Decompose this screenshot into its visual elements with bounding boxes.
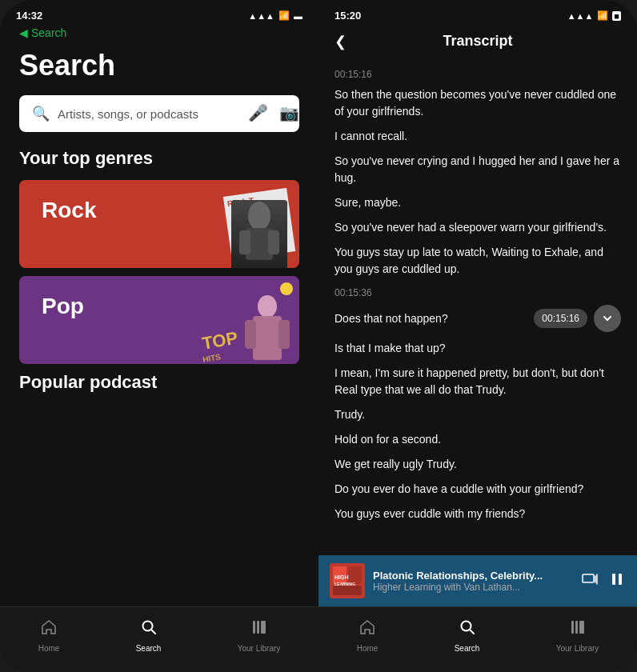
left-phone: 14:32 ▲▲▲ 📶 ▬ ◀ Search Search 🎤 📷 🔍 Arti… [0, 0, 318, 672]
rock-label: Rock [30, 188, 107, 233]
signal-icon: ▲▲▲ [248, 11, 274, 21]
right-battery-icon: ■ [612, 11, 621, 21]
search-nav-label: Search [136, 644, 162, 653]
svg-rect-2 [239, 230, 250, 254]
transcript-line-5: You guys stay up late to watch, Waiting … [335, 244, 621, 278]
scroll-indicator[interactable] [594, 305, 621, 332]
svg-rect-27 [571, 621, 574, 634]
svg-text:LEARNING: LEARNING [335, 582, 355, 586]
page-title: Search [19, 49, 299, 82]
pop-label: Pop [30, 284, 95, 329]
player-controls [581, 570, 626, 592]
transcript-line-3: Sure, maybe. [335, 194, 621, 211]
camera-icon[interactable]: 📷 [279, 103, 299, 122]
svg-point-5 [258, 295, 277, 318]
svg-point-0 [248, 202, 270, 230]
transcript-line-9: Trudy. [335, 406, 621, 423]
home-label: Home [38, 644, 60, 653]
back-arrow-right[interactable]: ❮ [335, 33, 347, 50]
pause-icon[interactable] [608, 570, 626, 592]
right-nav-home[interactable]: Home [357, 618, 379, 653]
svg-line-26 [470, 630, 474, 634]
svg-text:HIGH: HIGH [335, 574, 349, 580]
transcript-title: Transcript [443, 33, 512, 50]
svg-rect-24 [619, 574, 622, 585]
right-home-icon [359, 618, 376, 641]
player-track-name: Platonic Relationships, Celebrity... [373, 570, 573, 582]
left-nav-search[interactable]: Search [136, 618, 162, 653]
right-phone: 15:20 ▲▲▲ 📶 ■ ❮ Transcript 00:15:16 So t… [318, 0, 637, 672]
genre-card-rock[interactable]: Rock Rock T [19, 180, 299, 268]
left-nav-library[interactable]: Your Library [238, 618, 281, 653]
svg-rect-19 [333, 586, 362, 595]
transcript-inline-row: Does that not happen? 00:15:16 [335, 305, 621, 332]
svg-rect-28 [575, 621, 578, 634]
right-library-label: Your Library [556, 644, 599, 653]
right-wifi-icon: 📶 [597, 10, 608, 21]
search-magnifier-icon: 🔍 [32, 105, 50, 122]
search-placeholder: Artists, songs, or podcasts [58, 107, 198, 121]
genre-grid: Rock Rock T [19, 180, 299, 364]
transcript-line-1: I cannot recall. [335, 128, 621, 145]
timestamp-1: 00:15:16 [335, 69, 621, 80]
left-status-icons: ▲▲▲ 📶 ▬ [248, 10, 302, 21]
genre-card-pop[interactable]: Pop TOP HITS [19, 276, 299, 364]
pop-art-visual: TOP HITS [195, 284, 299, 364]
right-bottom-nav: Home Search Your Library [318, 606, 637, 672]
left-main-content: 🔍 Artists, songs, or podcasts Your top g… [0, 95, 318, 606]
svg-rect-7 [245, 320, 256, 349]
rock-art-visual: Rock T [195, 188, 299, 268]
transcript-line-2: So you've never crying and I hugged her … [335, 153, 621, 186]
timestamp-2: 00:15:36 [335, 287, 621, 298]
transcript-line-6: Does that not happen? [335, 310, 534, 327]
svg-rect-14 [257, 621, 259, 634]
back-link-label: Search [31, 26, 66, 39]
mini-player[interactable]: HIGH LEARNING Platonic Relationships, Ce… [318, 555, 637, 606]
cast-icon[interactable] [581, 570, 599, 592]
right-status-icons: ▲▲▲ 📶 ■ [567, 10, 621, 21]
player-artist-name: Higher Learning with Van Lathan... [373, 582, 573, 593]
right-search-icon [459, 618, 476, 641]
right-nav-search[interactable]: Search [455, 618, 480, 653]
transcript-line-0: So then the question becomes you've neve… [335, 86, 621, 120]
right-home-label: Home [357, 644, 379, 653]
search-nav-icon [140, 618, 158, 641]
player-info: Platonic Relationships, Celebrity... Hig… [373, 570, 573, 593]
top-genres-title: Your top genres [19, 148, 299, 169]
svg-rect-22 [583, 574, 594, 582]
library-nav-label: Your Library [238, 644, 281, 653]
transcript-line-7: Is that I make that up? [335, 340, 621, 357]
search-header-icons: 🎤 📷 [248, 103, 299, 122]
left-bottom-nav: Home Search Your Library [0, 606, 318, 672]
svg-text:HITS: HITS [202, 352, 222, 364]
transcript-header: ❮ Transcript [318, 26, 637, 59]
svg-rect-23 [612, 574, 615, 585]
page-header: Search 🎤 📷 [0, 49, 318, 95]
right-time: 15:20 [335, 10, 361, 22]
back-arrow-icon: ◀ [19, 26, 28, 39]
right-search-label: Search [455, 644, 480, 653]
transcript-line-13: You guys ever cuddle with my friends? [335, 506, 621, 522]
svg-line-12 [151, 630, 155, 634]
svg-rect-6 [253, 316, 282, 360]
timestamp-badge[interactable]: 00:15:16 [534, 309, 587, 328]
transcript-line-4: So you've never had a sleepover warn you… [335, 219, 621, 236]
wifi-icon: 📶 [278, 10, 290, 21]
left-status-bar: 14:32 ▲▲▲ 📶 ▬ [0, 0, 318, 26]
right-nav-library[interactable]: Your Library [556, 618, 599, 653]
svg-rect-13 [253, 621, 255, 634]
popular-podcasts-label: Popular podcast [19, 372, 299, 393]
transcript-line-11: We get really ugly Trudy. [335, 456, 621, 473]
left-nav-home[interactable]: Home [38, 618, 60, 653]
back-link[interactable]: ◀ Search [19, 26, 299, 39]
left-time: 14:32 [16, 10, 42, 22]
battery-icon: ▬ [294, 11, 302, 21]
transcript-line-10: Hold on for a second. [335, 431, 621, 448]
back-link-area: ◀ Search [0, 26, 318, 49]
transcript-content[interactable]: 00:15:16 So then the question becomes yo… [318, 59, 637, 555]
svg-rect-15 [261, 621, 266, 634]
transcript-line-12: Do you ever do have a cuddle with your g… [335, 481, 621, 498]
microphone-icon[interactable]: 🎤 [248, 103, 268, 122]
svg-text:TOP: TOP [201, 328, 239, 354]
rock-art: Rock T [195, 188, 299, 268]
